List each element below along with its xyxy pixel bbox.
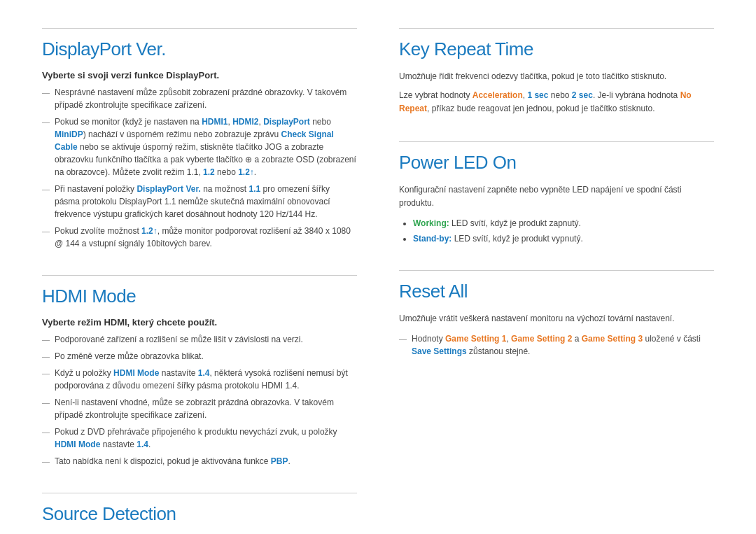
bullet-text: Při nastavení položky DisplayPort Ver. n… (55, 183, 357, 220)
left-column: DisplayPort Ver. Vyberte si svoji verzi … (42, 28, 357, 534)
displayport-body: — Nesprávné nastavení může způsobit zobr… (42, 86, 357, 250)
highlight: DisplayPort Ver. (136, 184, 200, 194)
displayport-subtitle: Vyberte si svoji verzi funkce DisplayPor… (42, 70, 357, 80)
resetall-intro: Umožňuje vrátit veškerá nastavení monito… (399, 312, 714, 325)
bullet-item: — Při nastavení položky DisplayPort Ver.… (42, 183, 357, 220)
section-source: Source Detection Pro rozeznání vstupního… (42, 493, 357, 534)
source-title: Source Detection (42, 493, 357, 525)
bullet-dash: — (42, 225, 52, 237)
highlight: Game Setting 1 (445, 334, 506, 344)
highlight: 1.1 (249, 184, 261, 194)
section-keyrepeat: Key Repeat Time Umožňuje řídit frekvenci… (399, 28, 714, 116)
bullet-dash: — (42, 350, 52, 363)
bullet-item: — Když u položky HDMI Mode nastavíte 1.4… (42, 367, 357, 392)
bullet-dash: — (42, 367, 52, 379)
bullet-item: — Pokud z DVD přehrávače připojeného k p… (42, 426, 357, 451)
hdmi-body: — Podporované zařízení a rozlišení se mů… (42, 333, 357, 468)
right-column: Key Repeat Time Umožňuje řídit frekvenci… (399, 28, 714, 534)
bullet-item: — Nesprávné nastavení může způsobit zobr… (42, 86, 357, 111)
hdmi-title: HDMI Mode (42, 275, 357, 307)
bullet-text: Pokud zvolíte možnost 1.2↑, může monitor… (55, 225, 357, 250)
highlight: HDMI1 (202, 117, 227, 127)
section-powerled: Power LED On Konfigurační nastavení zapn… (399, 141, 714, 245)
bullet-dash: — (42, 183, 52, 195)
displayport-title: DisplayPort Ver. (42, 28, 357, 60)
highlight: 1 sec (527, 90, 548, 100)
bullet-text: Po změně verze může obrazovka blikat. (55, 350, 357, 363)
powerled-list: Working: LED svítí, když je produkt zapn… (413, 217, 714, 245)
keyrepeat-body: Umožňuje řídit frekvenci odezvy tlačítka… (399, 70, 714, 116)
highlight: Check Signal Cable (55, 129, 334, 152)
highlight: HDMI Mode (55, 440, 100, 449)
keyrepeat-title: Key Repeat Time (399, 28, 714, 60)
section-displayport: DisplayPort Ver. Vyberte si svoji verzi … (42, 28, 357, 250)
bullet-dash: — (42, 426, 52, 438)
powerled-title: Power LED On (399, 141, 714, 174)
bullet-item: — Není-li nastavení vhodné, může se zobr… (42, 396, 357, 421)
bullet-text: Když u položky HDMI Mode nastavíte 1.4, … (55, 367, 357, 392)
highlight: Stand-by: (413, 234, 451, 244)
highlight: Game Setting 2 (511, 334, 572, 344)
bullet-item: — Podporované zařízení a rozlišení se mů… (42, 333, 357, 346)
section-hdmi: HDMI Mode Vyberte režim HDMI, který chce… (42, 275, 357, 468)
list-item: Working: LED svítí, když je produkt zapn… (413, 217, 714, 230)
bullet-dash: — (42, 115, 52, 128)
bullet-text: Není-li nastavení vhodné, může se zobraz… (55, 396, 357, 421)
keyrepeat-intro: Umožňuje řídit frekvenci odezvy tlačítka… (399, 70, 714, 83)
list-item: Stand-by: LED svítí, když je produkt vyp… (413, 232, 714, 245)
hdmi-subtitle: Vyberte režim HDMI, který chcete použít. (42, 317, 357, 328)
keyrepeat-text: Lze vybrat hodnoty Acceleration, 1 sec n… (399, 89, 714, 115)
highlight: Game Setting 3 (582, 334, 643, 344)
powerled-intro: Konfigurační nastavení zapněte nebo vypn… (399, 183, 714, 210)
page-layout: DisplayPort Ver. Vyberte si svoji verzi … (42, 28, 714, 534)
bullet-item: — Pokud se monitor (když je nastaven na … (42, 115, 357, 178)
bullet-text: Hodnoty Game Setting 1, Game Setting 2 a… (412, 332, 714, 358)
resetall-body: Umožňuje vrátit veškerá nastavení monito… (399, 312, 714, 358)
bullet-text: Pokud z DVD přehrávače připojeného k pro… (55, 426, 357, 451)
highlight: MiniDP (55, 129, 83, 139)
bullet-dash: — (42, 455, 52, 468)
bullet-text: Nesprávné nastavení může způsobit zobraz… (55, 86, 357, 111)
bullet-text: Podporované zařízení a rozlišení se může… (55, 333, 357, 346)
highlight: PBP (271, 456, 288, 466)
resetall-title: Reset All (399, 270, 714, 302)
highlight: 1.2↑ (141, 226, 158, 236)
highlight: DisplayPort (263, 117, 310, 127)
highlight: Working: (413, 218, 449, 228)
bullet-item: — Hodnoty Game Setting 1, Game Setting 2… (399, 332, 714, 358)
highlight: 1.2↑ (238, 167, 254, 177)
highlight: 2 sec (572, 90, 593, 100)
bullet-item: — Pokud zvolíte možnost 1.2↑, může monit… (42, 225, 357, 250)
bullet-text: Pokud se monitor (když je nastaven na HD… (55, 115, 357, 178)
highlight: HDMI2 (232, 117, 258, 127)
powerled-body: Konfigurační nastavení zapněte nebo vypn… (399, 183, 714, 245)
bullet-dash: — (42, 396, 52, 409)
bullet-dash: — (42, 333, 52, 346)
bullet-text: Tato nabídka není k dispozici, pokud je … (55, 455, 357, 468)
section-resetall: Reset All Umožňuje vrátit veškerá nastav… (399, 270, 714, 358)
bullet-dash: — (42, 86, 52, 99)
highlight: 1.4 (198, 368, 210, 378)
highlight: 1.2 (203, 167, 215, 177)
bullet-item: — Po změně verze může obrazovka blikat. (42, 350, 357, 363)
highlight: Acceleration (472, 90, 523, 100)
bullet-item: — Tato nabídka není k dispozici, pokud j… (42, 455, 357, 468)
highlight: 1.4 (136, 440, 148, 449)
highlight: Save Settings (412, 346, 467, 356)
bullet-dash: — (399, 332, 409, 345)
highlight: HDMI Mode (113, 368, 159, 378)
